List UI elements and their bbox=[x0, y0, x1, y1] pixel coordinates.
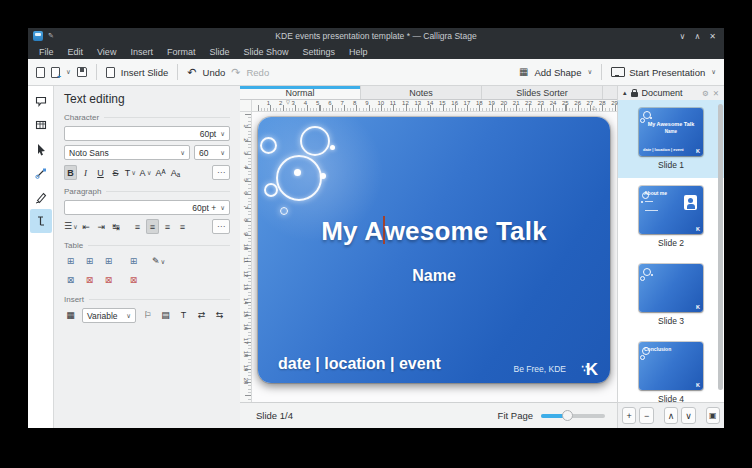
font-family-combo[interactable]: Noto Sans ∨ bbox=[64, 145, 190, 160]
menu-insert[interactable]: Insert bbox=[123, 47, 160, 57]
ruler-number: 14 bbox=[243, 295, 249, 307]
redo-button[interactable]: ↷ Redo bbox=[231, 67, 269, 78]
font-size-combo[interactable]: 60 ∨ bbox=[194, 145, 230, 160]
delete-column-button[interactable]: ⊠ bbox=[102, 273, 115, 288]
move-slide-up-button[interactable]: ∧ bbox=[664, 407, 678, 424]
zoom-slider[interactable] bbox=[541, 414, 605, 418]
menubar: File Edit View Insert Format Slide Slide… bbox=[28, 44, 724, 59]
decrease-indent-button[interactable]: ⇤ bbox=[80, 219, 93, 234]
delete-row-button[interactable]: ⊠ bbox=[83, 273, 96, 288]
change-case-button[interactable]: T ∨ bbox=[124, 165, 137, 180]
menu-slide[interactable]: Slide bbox=[202, 47, 236, 57]
insert-table-button[interactable]: ⊞ bbox=[64, 254, 77, 269]
titlebar[interactable]: ✎ KDE events presentation template * — C… bbox=[28, 28, 724, 44]
slide-show-button[interactable]: ▣ bbox=[706, 407, 720, 424]
menu-file[interactable]: File bbox=[32, 47, 61, 57]
more-character-options-button[interactable]: ⋯ bbox=[212, 165, 230, 180]
insert-row-button[interactable]: ⊞ bbox=[83, 254, 96, 269]
slide-list-item-4[interactable]: Conclusion K Slide 4 bbox=[618, 334, 724, 402]
grow-font-button[interactable]: Aᴬ bbox=[154, 165, 167, 180]
delete-table-button[interactable]: ⊠ bbox=[127, 273, 140, 288]
maximize-button[interactable]: ∧ bbox=[694, 32, 700, 41]
more-paragraph-options-button[interactable]: ⋯ bbox=[212, 219, 230, 234]
insert-column-button[interactable]: ⊞ bbox=[102, 254, 115, 269]
align-left-button[interactable]: ≡ bbox=[131, 219, 144, 234]
ruler-number: 19 bbox=[488, 100, 495, 106]
dock-close-icon[interactable]: ✕ bbox=[713, 89, 719, 98]
tabstop-button[interactable]: ↹ bbox=[110, 219, 123, 234]
menu-edit[interactable]: Edit bbox=[61, 47, 91, 57]
insert-bookmark-button[interactable]: ▤ bbox=[159, 308, 172, 323]
menu-slideshow[interactable]: Slide Show bbox=[236, 47, 295, 57]
increase-indent-button[interactable]: ⇥ bbox=[95, 219, 108, 234]
lock-icon[interactable] bbox=[631, 92, 638, 97]
variable-combo[interactable]: Variable ∨ bbox=[82, 308, 136, 323]
slide-list-item-2[interactable]: About me K Slide 2 bbox=[618, 178, 724, 256]
insert-citation-button[interactable]: ⇆ bbox=[213, 308, 226, 323]
table-border-pen-button[interactable]: ✎ ∨ bbox=[152, 254, 165, 269]
zoom-slider-handle[interactable] bbox=[562, 410, 573, 421]
insert-link-button[interactable]: ⇄ bbox=[195, 308, 208, 323]
paragraph-style-combo[interactable]: 60pt + ∨ bbox=[64, 200, 230, 215]
align-center-button[interactable]: ≡ bbox=[146, 219, 159, 234]
style-size-combo[interactable]: 60pt ∨ bbox=[64, 126, 230, 141]
font-color-button[interactable]: A ∨ bbox=[139, 165, 152, 180]
shape-tool-button[interactable] bbox=[30, 89, 52, 113]
align-justify-button[interactable]: ≡ bbox=[176, 219, 189, 234]
split-cells-button[interactable]: ⊠ bbox=[64, 273, 77, 288]
ruler-number: 7 bbox=[341, 100, 344, 106]
add-shape-button[interactable]: ▦ Add Shape ∨ bbox=[519, 67, 592, 78]
dock-settings-icon[interactable]: ⚙ bbox=[702, 89, 709, 98]
close-button[interactable]: ✕ bbox=[709, 32, 716, 41]
insert-section-label: Insert bbox=[64, 295, 230, 304]
tab-slides-sorter[interactable]: Slides Sorter bbox=[482, 86, 603, 99]
insert-comment-button[interactable]: ⚐ bbox=[141, 308, 154, 323]
menu-view[interactable]: View bbox=[90, 47, 123, 57]
align-right-button[interactable]: ≡ bbox=[161, 219, 174, 234]
ruler-number: 10 bbox=[378, 100, 385, 106]
save-icon[interactable] bbox=[77, 67, 87, 77]
slide-title-textbox[interactable]: My Awesome Talk bbox=[258, 216, 610, 247]
tab-notes[interactable]: Notes bbox=[361, 86, 482, 99]
slide-canvas: My Awesome Talk Name date | location | e… bbox=[252, 112, 617, 402]
menu-settings[interactable]: Settings bbox=[295, 47, 342, 57]
indent-marker-left[interactable]: ▽ bbox=[286, 99, 290, 105]
undo-button[interactable]: ↶ Undo bbox=[187, 67, 225, 78]
freehand-tool-button[interactable] bbox=[30, 185, 52, 209]
slide-subtitle-textbox[interactable]: Name bbox=[258, 267, 610, 285]
slide-footer-textbox[interactable]: date | location | event bbox=[278, 355, 441, 373]
slide-list-item-3[interactable]: K Slide 3 bbox=[618, 256, 724, 334]
slide-list-scrollbar[interactable] bbox=[718, 104, 723, 390]
text-tool-button[interactable] bbox=[30, 209, 52, 233]
move-slide-down-button[interactable]: ∨ bbox=[681, 407, 695, 424]
bubble-ring-medium bbox=[300, 126, 330, 156]
tab-normal[interactable]: Normal bbox=[240, 86, 361, 99]
menu-format[interactable]: Format bbox=[160, 47, 203, 57]
list-style-button[interactable]: ☰ ∨ bbox=[64, 219, 78, 234]
bold-button[interactable]: B bbox=[64, 165, 77, 180]
underline-button[interactable]: U bbox=[94, 165, 107, 180]
new-document-icon[interactable] bbox=[36, 67, 45, 78]
start-presentation-button[interactable]: Start Presentation ∨ bbox=[611, 67, 716, 78]
open-document-button[interactable]: ∨ bbox=[51, 67, 71, 78]
minimize-button[interactable]: ∨ bbox=[680, 32, 686, 41]
slide-list-item-1[interactable]: My Awesome Talk Name date | location | e… bbox=[618, 100, 724, 178]
connector-tool-button[interactable] bbox=[30, 161, 52, 185]
merge-cells-button[interactable]: ⊞ bbox=[127, 254, 140, 269]
menu-help[interactable]: Help bbox=[342, 47, 375, 57]
remove-slide-button[interactable]: − bbox=[639, 407, 653, 424]
table-tool-button[interactable] bbox=[30, 113, 52, 137]
slide-label: Slide 2 bbox=[658, 238, 684, 248]
special-character-button[interactable]: ▦ bbox=[64, 308, 77, 323]
ruler-number: 25 bbox=[562, 100, 569, 106]
insert-slide-button[interactable]: Insert Slide bbox=[106, 67, 169, 78]
insert-text-frame-button[interactable]: T bbox=[177, 308, 190, 323]
slide-editor[interactable]: My Awesome Talk Name date | location | e… bbox=[258, 117, 610, 383]
strikethrough-button[interactable]: S bbox=[109, 165, 122, 180]
shrink-font-button[interactable]: Aₐ bbox=[169, 165, 182, 180]
collapse-icon[interactable]: ▴ bbox=[623, 89, 627, 97]
zoom-mode-label[interactable]: Fit Page bbox=[498, 410, 533, 421]
italic-button[interactable]: I bbox=[79, 165, 92, 180]
select-tool-button[interactable] bbox=[30, 137, 52, 161]
add-slide-button[interactable]: + bbox=[622, 407, 636, 424]
